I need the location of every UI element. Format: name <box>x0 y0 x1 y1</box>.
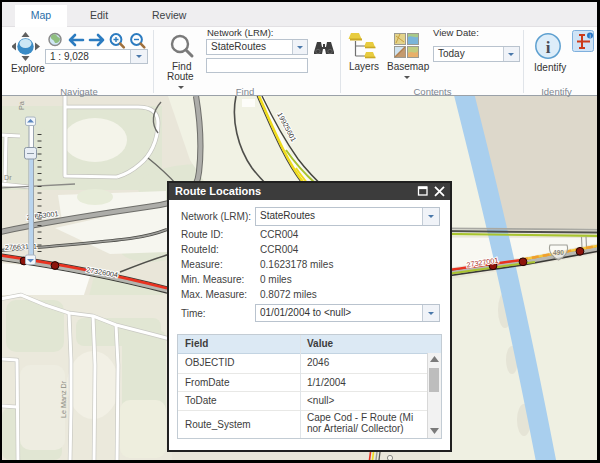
svg-text:i: i <box>546 38 551 57</box>
svg-text:Le Manz Dr: Le Manz Dr <box>59 380 68 418</box>
svg-text:i: i <box>589 33 590 39</box>
svg-text:Dr: Dr <box>4 173 12 182</box>
svg-text:Pa: Pa <box>17 101 26 110</box>
svg-text:490: 490 <box>553 249 564 256</box>
